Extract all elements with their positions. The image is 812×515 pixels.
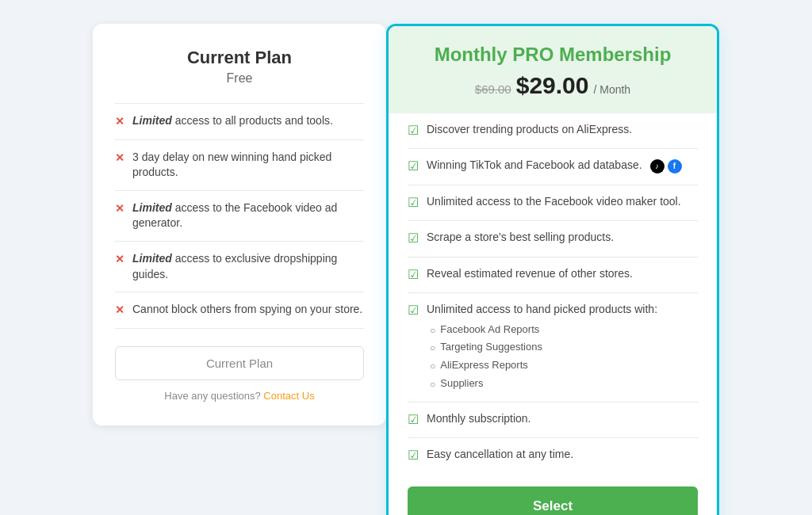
check-icon: ☑	[408, 266, 419, 284]
list-item: ☑ Winning TikTok and Facebook ad databas…	[408, 149, 698, 185]
select-button[interactable]: Select	[408, 486, 698, 515]
feature-text: Monthly subscription.	[427, 411, 531, 427]
x-icon: ✕	[115, 303, 124, 319]
list-item: ☑ Unlimited access to hand picked produc…	[408, 293, 698, 402]
sub-bullet: ○	[430, 324, 435, 338]
feature-text: Unlimited access to hand picked products…	[427, 302, 657, 393]
list-item: ✕ Cannot block others from spying on you…	[115, 292, 364, 329]
check-icon: ☑	[408, 158, 419, 175]
check-icon: ☑	[408, 122, 419, 139]
x-icon: ✕	[115, 151, 124, 166]
current-plan-title: Current Plan	[115, 48, 364, 68]
pro-period: / Month	[593, 83, 630, 96]
feature-text: Limited access to exclusive dropshipping…	[132, 251, 364, 282]
list-item: ☑ Easy cancellation at any time.	[408, 438, 698, 473]
list-item: ☑ Monthly subscription.	[408, 402, 698, 438]
pro-pricing: $69.00 $29.00 / Month	[411, 72, 695, 99]
feature-text: Easy cancellation at any time.	[427, 447, 573, 463]
list-item: ✕ 3 day delay on new winning hand picked…	[115, 140, 364, 191]
check-icon: ☑	[408, 302, 419, 319]
feature-text: Reveal estimated revenue of other stores…	[427, 266, 633, 282]
pro-feature-list: ☑ Discover trending products on AliExpre…	[389, 113, 717, 474]
select-button-wrap: Select	[389, 474, 717, 515]
x-icon: ✕	[115, 114, 124, 130]
list-item: ✕ Limited access to all products and too…	[115, 104, 364, 140]
questions-text: Have any questions? Contact Us	[115, 390, 364, 402]
list-item: ✕ Limited access to the Facebook video a…	[115, 191, 364, 242]
sub-list-item: ○Targeting Suggestions	[430, 338, 657, 357]
check-icon: ☑	[408, 194, 419, 212]
tiktok-icon: ♪	[650, 159, 665, 174]
sub-bullet: ○	[430, 341, 435, 355]
feature-text: Cannot block others from spying on your …	[132, 302, 362, 318]
list-item: ☑ Discover trending products on AliExpre…	[408, 113, 698, 149]
sub-list-item: ○Facebook Ad Reports	[430, 321, 657, 339]
check-icon: ☑	[408, 411, 419, 429]
feature-text: Limited access to the Facebook video ad …	[132, 200, 364, 231]
pro-old-price: $69.00	[475, 82, 511, 96]
feature-text: Unlimited access to the Facebook video m…	[427, 194, 681, 210]
pricing-container: Current Plan Free ✕ Limited access to al…	[49, 0, 763, 515]
feature-text: 3 day delay on new winning hand picked p…	[132, 150, 364, 181]
sub-list-item: ○Suppliers	[430, 375, 657, 393]
feature-text: Limited access to all products and tools…	[132, 113, 333, 129]
facebook-icon: f	[668, 159, 682, 174]
feature-text: Winning TikTok and Facebook ad database.…	[427, 158, 682, 174]
sub-list-item: ○AliExpress Reports	[430, 357, 657, 375]
x-icon: ✕	[115, 252, 124, 268]
pro-new-price: $29.00	[516, 72, 589, 99]
x-icon: ✕	[115, 201, 124, 217]
current-plan-subtitle: Free	[115, 71, 364, 86]
contact-us-link[interactable]: Contact Us	[263, 390, 314, 402]
sub-feature-list: ○Facebook Ad Reports ○Targeting Suggesti…	[427, 321, 657, 393]
list-item: ☑ Unlimited access to the Facebook video…	[408, 185, 698, 221]
current-plan-feature-list: ✕ Limited access to all products and too…	[115, 103, 364, 329]
feature-text: Discover trending products on AliExpress…	[427, 122, 632, 138]
list-item: ✕ Limited access to exclusive dropshippi…	[115, 242, 364, 292]
current-plan-card: Current Plan Free ✕ Limited access to al…	[93, 24, 386, 425]
list-item: ☑ Scrape a store's best selling products…	[408, 221, 698, 257]
list-item: ☑ Reveal estimated revenue of other stor…	[408, 258, 698, 293]
check-icon: ☑	[408, 230, 419, 247]
pro-plan-title: Monthly PRO Membership	[411, 44, 695, 66]
sub-bullet: ○	[430, 360, 435, 373]
current-plan-button: Current Plan	[115, 346, 364, 380]
pro-plan-card: Monthly PRO Membership $69.00 $29.00 / M…	[386, 24, 719, 515]
sub-bullet: ○	[430, 378, 435, 391]
pro-plan-header: Monthly PRO Membership $69.00 $29.00 / M…	[389, 26, 717, 113]
feature-text: Scrape a store's best selling products.	[427, 230, 614, 246]
check-icon: ☑	[408, 447, 419, 464]
social-icons: ♪ f	[650, 159, 682, 174]
